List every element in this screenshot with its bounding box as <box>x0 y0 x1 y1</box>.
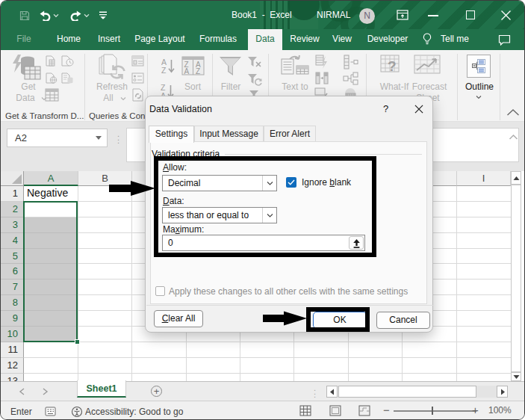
svg-text:?: ? <box>388 58 397 74</box>
svg-text:A: A <box>184 67 190 75</box>
svg-text:Z: Z <box>196 67 200 75</box>
svg-text:Z: Z <box>161 66 167 75</box>
